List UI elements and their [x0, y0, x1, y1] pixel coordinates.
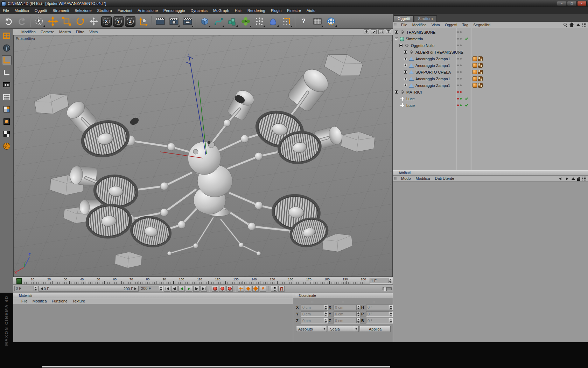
- current-frame-field[interactable]: 1 F: [370, 278, 392, 284]
- tree-row[interactable]: Ancoraggio Zampa1: [393, 62, 588, 69]
- render-visibility-dot[interactable]: [460, 71, 462, 73]
- viewport-menu-item[interactable]: Filtro: [74, 29, 87, 35]
- play-button[interactable]: [186, 286, 192, 292]
- toggle-view-button[interactable]: [386, 29, 391, 34]
- expander-plus-icon[interactable]: [395, 90, 398, 94]
- axis-mode-button[interactable]: [2, 55, 12, 65]
- last-tool-button[interactable]: [87, 15, 100, 28]
- tree-row[interactable]: ALBERI di TREAMISSIONE: [393, 49, 588, 55]
- add-spline-button[interactable]: [212, 15, 225, 28]
- menu-item[interactable]: MoGraph: [210, 7, 232, 14]
- tree-row[interactable]: Ancoraggio Zampa1: [393, 82, 588, 89]
- phong-tag-icon[interactable]: [472, 70, 477, 74]
- zoom-view-button[interactable]: [371, 29, 377, 34]
- render-visibility-dot[interactable]: [460, 58, 462, 60]
- x-axis-lock-button[interactable]: X: [101, 16, 112, 27]
- render-visibility-dot[interactable]: [460, 38, 462, 40]
- field-spinner[interactable]: [389, 305, 392, 310]
- attributes-header[interactable]: Attributi: [393, 170, 588, 176]
- history-back-icon[interactable]: [558, 176, 563, 181]
- field-spinner[interactable]: [324, 305, 327, 310]
- panel-grip[interactable]: [294, 294, 298, 297]
- checker-mode-button[interactable]: [2, 129, 12, 139]
- panel-grip[interactable]: [394, 23, 397, 26]
- modeling-objects-button[interactable]: [225, 15, 238, 28]
- menu-item[interactable]: Struttura: [94, 7, 115, 14]
- timeline-ruler[interactable]: 0102030405060708090100110120130140150160…: [13, 277, 393, 285]
- materials-menu-item[interactable]: File: [19, 298, 30, 304]
- field-spinner[interactable]: [356, 312, 360, 316]
- texture-tag-icon[interactable]: [478, 70, 483, 74]
- object-manager-menu-item[interactable]: Modifica: [410, 22, 429, 28]
- record-rotation-toggle[interactable]: [252, 286, 259, 292]
- home-icon[interactable]: [569, 22, 574, 27]
- environment-button[interactable]: [324, 15, 337, 28]
- editor-visibility-dot[interactable]: [457, 84, 459, 86]
- render-visibility-dot[interactable]: [460, 91, 462, 93]
- position-x-field[interactable]: 0 cm: [301, 305, 328, 310]
- materials-menu-item[interactable]: Texture: [70, 298, 88, 304]
- tree-row[interactable]: Simmetria: [393, 35, 588, 42]
- record-scale-toggle[interactable]: [245, 286, 251, 292]
- record-parameter-toggle[interactable]: P: [260, 286, 266, 292]
- editor-visibility-dot[interactable]: [457, 51, 459, 53]
- editor-visibility-dot[interactable]: [457, 38, 459, 40]
- record-selected-button[interactable]: [219, 286, 225, 292]
- phong-tag-icon[interactable]: [472, 83, 477, 88]
- enabled-check-icon[interactable]: [465, 103, 468, 106]
- texture-mode-button[interactable]: [2, 117, 12, 127]
- frame-start-field[interactable]: 0 F: [14, 286, 37, 291]
- timeline-playhead[interactable]: [16, 278, 22, 284]
- attributes-menu-item[interactable]: Modifica: [413, 176, 433, 182]
- frame-end-field[interactable]: 200 F: [140, 286, 163, 291]
- render-visibility-dot[interactable]: [460, 64, 462, 66]
- materials-list-area[interactable]: [13, 304, 293, 341]
- menu-item[interactable]: Modifica: [12, 7, 32, 14]
- texture-tag-icon[interactable]: [478, 76, 483, 81]
- object-manager-menu-item[interactable]: Vista: [429, 22, 442, 28]
- editor-visibility-dot[interactable]: [457, 64, 459, 66]
- history-forward-icon[interactable]: [565, 176, 569, 181]
- rotation-h-field[interactable]: 0 °: [366, 305, 393, 310]
- object-manager-menu-item[interactable]: Segnalibri: [471, 22, 493, 28]
- render-visibility-dot[interactable]: [460, 84, 462, 86]
- viewport-menu-item[interactable]: Modifica: [19, 29, 38, 35]
- render-visibility-dot[interactable]: [460, 104, 462, 106]
- tree-row[interactable]: Ancoraggio Zampa1: [393, 55, 588, 62]
- size-y-field[interactable]: 0 cm: [334, 311, 360, 317]
- redo-button[interactable]: [15, 15, 28, 28]
- tree-row[interactable]: MATRICI: [393, 89, 588, 95]
- coordinate-system-button[interactable]: [136, 15, 149, 28]
- expander-plus-icon[interactable]: [404, 84, 407, 87]
- tiles-mode-button[interactable]: [2, 104, 12, 114]
- menu-item[interactable]: Selezione: [72, 7, 94, 14]
- editor-visibility-dot[interactable]: [457, 91, 459, 93]
- next-key-button[interactable]: [193, 286, 200, 292]
- menu-item[interactable]: Funzioni: [115, 7, 135, 14]
- expander-plus-icon[interactable]: [404, 77, 407, 80]
- rotate-view-button[interactable]: [378, 29, 384, 34]
- render-settings-button[interactable]: [167, 15, 180, 28]
- menu-item[interactable]: Animazione: [135, 7, 160, 14]
- phong-tag-icon[interactable]: [472, 56, 477, 61]
- editor-visibility-dot[interactable]: [457, 71, 459, 73]
- tree-row[interactable]: Luce: [393, 95, 588, 102]
- object-manager-menu-item[interactable]: Tag: [460, 22, 471, 28]
- expander-plus-icon[interactable]: [404, 57, 407, 60]
- size-x-field[interactable]: 0 cm: [334, 305, 360, 310]
- panel-grip[interactable]: [394, 177, 397, 180]
- editor-visibility-dot[interactable]: [457, 58, 459, 60]
- expander-minus-icon[interactable]: [399, 44, 402, 47]
- editor-visibility-dot[interactable]: [457, 31, 459, 33]
- y-axis-lock-button[interactable]: Y: [113, 16, 124, 27]
- menu-item[interactable]: Strumenti: [50, 7, 72, 14]
- minimize-button[interactable]: –: [557, 1, 566, 6]
- particles-button[interactable]: [253, 15, 266, 28]
- menu-item[interactable]: Plugin: [268, 7, 285, 14]
- menu-item[interactable]: Hair: [232, 7, 245, 14]
- texture-tag-icon[interactable]: [478, 63, 483, 68]
- menu-item[interactable]: File: [0, 7, 12, 14]
- workplane-button[interactable]: [2, 68, 12, 77]
- enabled-check-icon[interactable]: [465, 37, 468, 40]
- mini-slider[interactable]: [383, 287, 392, 290]
